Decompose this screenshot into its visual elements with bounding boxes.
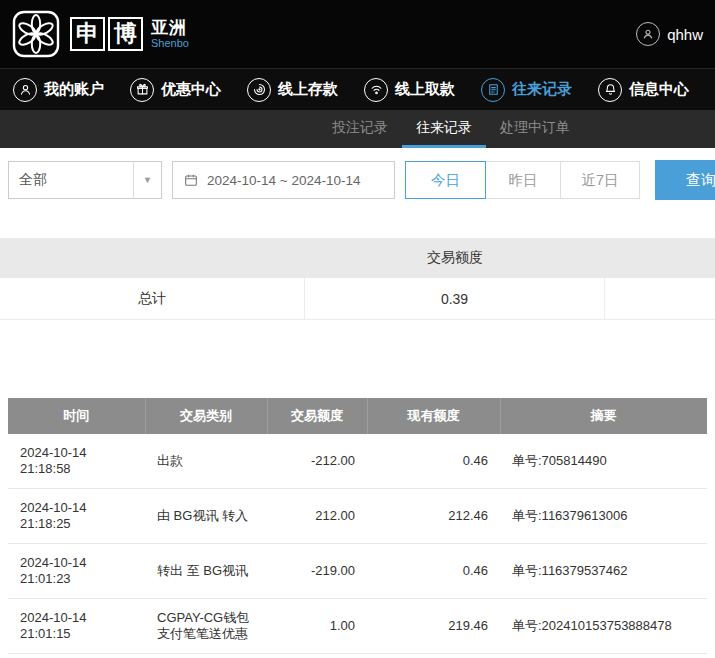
calendar-icon [183, 172, 199, 188]
cell-amount: 212.00 [267, 489, 367, 544]
cell-type: 由 BG视讯 转入 [145, 489, 267, 544]
col-amount: 交易额度 [267, 398, 367, 434]
col-balance: 现有额度 [367, 398, 500, 434]
brand-region: 亚洲 Shenbo [151, 19, 189, 50]
user-icon [13, 78, 37, 102]
cell-amount: 200.00 [267, 654, 367, 658]
summary-total-row: 总计 0.39 [0, 278, 715, 320]
transactions-table: 时间 交易类别 交易额度 现有额度 摘要 2024-10-14 21:18:58… [8, 398, 707, 658]
user-avatar-icon [636, 22, 660, 46]
nav-label: 往来记录 [512, 80, 572, 99]
today-button[interactable]: 今日 [405, 161, 486, 199]
brand-char-1: 申 [70, 17, 105, 50]
nav-label: 信息中心 [629, 80, 689, 99]
summary-header-row: 交易额度 [0, 238, 715, 278]
cell-memo: 单号:705814490 [500, 434, 707, 489]
cell-type: CGPAY-CG钱包 支付笔笔送优惠 [145, 599, 267, 654]
cell-balance: 219.46 [367, 599, 500, 654]
table-row: 2024-10-14 21:01:15 CGPAY-CG钱包 支付笔笔送优惠 1… [8, 599, 707, 654]
cell-amount: -219.00 [267, 544, 367, 599]
cell-balance: 0.46 [367, 434, 500, 489]
table-row: 2024-10-14 21:01:15 CGPAY支付 200.00 218.4… [8, 654, 707, 658]
cell-memo: 单号:202410153753888478 [500, 654, 707, 658]
summary-total-value: 0.39 [305, 278, 605, 319]
main-nav: 我的账户 优惠中心 线上存款 线上取款 往来记录 信息中心 [0, 68, 715, 110]
nav-item-online-deposit[interactable]: 线上存款 [234, 78, 351, 102]
tab-bet-records[interactable]: 投注记录 [318, 110, 402, 148]
col-memo: 摘要 [500, 398, 707, 434]
tab-transaction-records[interactable]: 往来记录 [402, 110, 486, 148]
category-select[interactable]: 全部 ▼ [8, 161, 162, 199]
nav-item-transaction-records[interactable]: 往来记录 [468, 78, 585, 102]
top-bar: 申 博 亚洲 Shenbo qhhw [0, 0, 715, 68]
brand-logo[interactable]: 申 博 [70, 17, 143, 50]
table-header-row: 时间 交易类别 交易额度 现有额度 摘要 [8, 398, 707, 434]
cell-memo: 单号:116379537462 [500, 544, 707, 599]
nav-label: 我的账户 [44, 80, 104, 99]
col-time: 时间 [8, 398, 145, 434]
cell-time: 2024-10-14 21:01:15 [8, 654, 145, 658]
col-type: 交易类别 [145, 398, 267, 434]
yesterday-button[interactable]: 昨日 [485, 161, 561, 199]
cell-type: 转出 至 BG视讯 [145, 544, 267, 599]
cell-balance: 212.46 [367, 489, 500, 544]
date-range-value: 2024-10-14 ~ 2024-10-14 [207, 173, 361, 188]
last7days-button[interactable]: 近7日 [560, 161, 640, 199]
nav-label: 线上取款 [395, 80, 455, 99]
table-row: 2024-10-14 21:18:25 由 BG视讯 转入 212.00 212… [8, 489, 707, 544]
nav-item-promotions[interactable]: 优惠中心 [117, 78, 234, 102]
filter-bar: 全部 ▼ 2024-10-14 ~ 2024-10-14 今日 昨日 近7日 查… [0, 148, 715, 212]
chevron-down-icon: ▼ [133, 162, 161, 198]
date-range-input[interactable]: 2024-10-14 ~ 2024-10-14 [172, 161, 395, 199]
search-button[interactable]: 查询 [655, 160, 715, 200]
category-select-value: 全部 [19, 171, 47, 189]
table-row: 2024-10-14 21:01:23 转出 至 BG视讯 -219.00 0.… [8, 544, 707, 599]
cell-memo: 单号:116379613006 [500, 489, 707, 544]
transactions-section: 时间 交易类别 交易额度 现有额度 摘要 2024-10-14 21:18:58… [8, 398, 707, 658]
user-account[interactable]: qhhw [636, 22, 703, 46]
cell-amount: 1.00 [267, 599, 367, 654]
cell-time: 2024-10-14 21:01:15 [8, 599, 145, 654]
username: qhhw [667, 26, 703, 43]
sub-nav: 投注记录 往来记录 处理中订单 [0, 110, 715, 148]
cell-type: CGPAY支付 [145, 654, 267, 658]
summary-table: 交易额度 总计 0.39 [0, 238, 715, 320]
brand-char-2: 博 [108, 17, 143, 50]
cell-time: 2024-10-14 21:18:25 [8, 489, 145, 544]
gift-icon [130, 78, 154, 102]
tab-pending-orders[interactable]: 处理中订单 [486, 110, 584, 148]
flower-logo-icon [12, 10, 60, 58]
nav-item-online-withdraw[interactable]: 线上取款 [351, 78, 468, 102]
cell-memo: 单号:202410153753888478 [500, 599, 707, 654]
cell-time: 2024-10-14 21:01:23 [8, 544, 145, 599]
cell-balance: 218.46 [367, 654, 500, 658]
deposit-icon [247, 78, 271, 102]
brand-en-label: Shenbo [151, 37, 189, 49]
table-row: 2024-10-14 21:18:58 出款 -212.00 0.46 单号:7… [8, 434, 707, 489]
cell-time: 2024-10-14 21:18:58 [8, 434, 145, 489]
nav-label: 优惠中心 [161, 80, 221, 99]
nav-label: 线上存款 [278, 80, 338, 99]
nav-item-message-center[interactable]: 信息中心 [585, 78, 702, 102]
nav-item-my-account[interactable]: 我的账户 [0, 78, 117, 102]
cell-balance: 0.46 [367, 544, 500, 599]
summary-header-label: 交易额度 [305, 249, 605, 267]
summary-total-label: 总计 [0, 278, 305, 319]
withdraw-icon [364, 78, 388, 102]
records-icon [481, 78, 505, 102]
bell-icon [598, 78, 622, 102]
brand-region-label: 亚洲 [151, 19, 189, 38]
cell-amount: -212.00 [267, 434, 367, 489]
cell-type: 出款 [145, 434, 267, 489]
